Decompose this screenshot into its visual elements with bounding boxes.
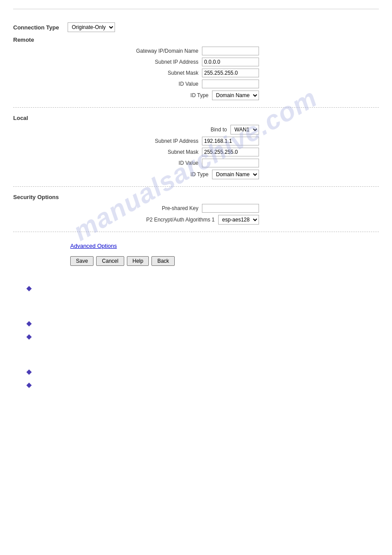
remote-id-type-label: ID Type	[112, 92, 209, 98]
local-id-type-label: ID Type	[112, 171, 209, 178]
save-button[interactable]: Save	[70, 256, 94, 266]
remote-id-type-row: ID Type Domain Name IP Address FQDN	[13, 91, 259, 100]
bullet-item-2: ◆	[26, 319, 366, 327]
remote-subnet-mask-label: Subnet Mask	[102, 70, 198, 76]
preshared-key-row: Pre-shared Key	[13, 204, 259, 213]
bullet-item-3: ◆	[26, 332, 366, 341]
remote-gateway-input[interactable]	[202, 47, 259, 55]
local-bind-dropdown-wrapper: WAN1 WAN2 LAN	[230, 125, 259, 134]
remote-id-type-select[interactable]: Domain Name IP Address FQDN	[212, 91, 259, 100]
help-button[interactable]: Help	[127, 256, 149, 266]
local-subnet-ip-row: Subnet IP Address	[13, 137, 259, 145]
security-options-section: Security Options Pre-shared Key P2 Encry…	[13, 194, 379, 225]
local-bind-select[interactable]: WAN1 WAN2 LAN	[230, 125, 259, 134]
diamond-icon-2: ◆	[26, 319, 32, 327]
connection-type-select[interactable]: Originate-Only Answer-Only Both	[68, 22, 115, 32]
security-options-label: Security Options	[13, 194, 379, 200]
remote-subnet-ip-label: Subnet IP Address	[102, 59, 198, 65]
preshared-key-label: Pre-shared Key	[102, 205, 198, 211]
remote-id-value-label: ID Value	[102, 81, 198, 87]
bullet-item-5: ◆	[26, 380, 366, 389]
remote-id-value-row: ID Value	[13, 80, 259, 88]
cancel-button[interactable]: Cancel	[96, 256, 124, 266]
divider-1	[13, 107, 379, 108]
remote-subnet-mask-input[interactable]	[202, 69, 259, 77]
remote-subnet-mask-row: Subnet Mask	[13, 69, 259, 77]
local-id-type-dropdown-wrapper: Domain Name IP Address FQDN	[212, 170, 259, 179]
remote-subnet-ip-row: Subnet IP Address	[13, 58, 259, 66]
remote-section-label: Remote	[13, 36, 379, 43]
local-id-value-label: ID Value	[102, 160, 198, 166]
local-subnet-mask-input[interactable]	[202, 148, 259, 156]
connection-type-dropdown-wrapper: Originate-Only Answer-Only Both	[68, 22, 115, 32]
bullets-group-3: ◆ ◆	[26, 367, 366, 389]
connection-type-section: Connection Type Originate-Only Answer-On…	[13, 22, 379, 32]
local-subnet-mask-row: Subnet Mask	[13, 148, 259, 156]
local-id-type-select[interactable]: Domain Name IP Address FQDN	[212, 170, 259, 179]
connection-type-label: Connection Type	[13, 24, 59, 31]
local-id-value-row: ID Value	[13, 159, 259, 167]
bullets-group-2: ◆ ◆	[26, 319, 366, 341]
remote-id-value-input[interactable]	[202, 80, 259, 88]
remote-gateway-label: Gateway IP/Domain Name	[102, 48, 198, 54]
local-id-type-row: ID Type Domain Name IP Address FQDN	[13, 170, 259, 179]
local-subnet-mask-label: Subnet Mask	[102, 149, 198, 155]
local-section: Local Bind to WAN1 WAN2 LAN Subnet IP Ad…	[13, 115, 379, 179]
bullets-group-1: ◆	[26, 283, 366, 292]
buttons-row: Save Cancel Help Back	[70, 256, 379, 266]
local-section-label: Local	[13, 115, 379, 121]
local-id-value-input[interactable]	[202, 159, 259, 167]
p2-encrypt-select[interactable]: esp-aes128 esp-aes256 esp-3des	[218, 215, 259, 225]
local-bind-row: Bind to WAN1 WAN2 LAN	[13, 125, 259, 134]
diamond-icon-4: ◆	[26, 367, 32, 376]
p2-encrypt-label: P2 Encrypt/Auth Algorithms 1	[118, 217, 215, 223]
bullet-item-4: ◆	[26, 367, 366, 376]
back-button[interactable]: Back	[151, 256, 175, 266]
local-subnet-ip-label: Subnet IP Address	[102, 138, 198, 144]
preshared-key-input[interactable]	[202, 204, 259, 213]
divider-3	[13, 232, 379, 232]
p2-encrypt-dropdown-wrapper: esp-aes128 esp-aes256 esp-3des	[218, 215, 259, 225]
remote-gateway-row: Gateway IP/Domain Name	[13, 47, 259, 55]
remote-section: Remote Gateway IP/Domain Name Subnet IP …	[13, 36, 379, 100]
p2-encrypt-row: P2 Encrypt/Auth Algorithms 1 esp-aes128 …	[13, 215, 259, 225]
advanced-options-link[interactable]: Advanced Options	[70, 243, 117, 249]
bullet-item-1: ◆	[26, 283, 366, 292]
diamond-icon-3: ◆	[26, 332, 32, 341]
diamond-icon-5: ◆	[26, 381, 32, 389]
remote-id-type-dropdown-wrapper: Domain Name IP Address FQDN	[212, 91, 259, 100]
local-subnet-ip-input[interactable]	[202, 137, 259, 145]
remote-subnet-ip-input[interactable]	[202, 58, 259, 66]
divider-2	[13, 186, 379, 187]
local-bind-label: Bind to	[130, 127, 227, 133]
diamond-icon-1: ◆	[26, 284, 32, 292]
